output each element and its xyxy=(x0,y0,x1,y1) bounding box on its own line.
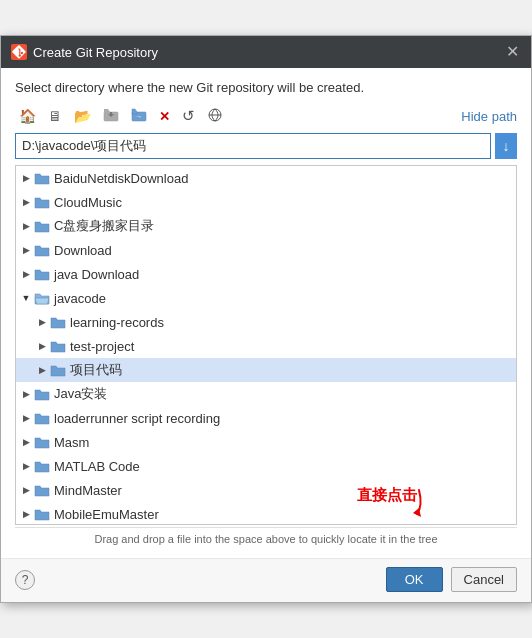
folder-icon xyxy=(50,362,66,378)
collapsed-arrow-icon: ▶ xyxy=(20,268,32,280)
tree-item[interactable]: ▶ BaiduNetdiskDownload xyxy=(16,166,516,190)
tree-item[interactable]: ▶ java Download xyxy=(16,262,516,286)
folder-icon xyxy=(34,218,50,234)
tree-item[interactable]: ▶ learning-records xyxy=(16,310,516,334)
tree-item[interactable]: ▶ loaderrunner script recording xyxy=(16,406,516,430)
tree-item-label: loaderrunner script recording xyxy=(54,411,220,426)
expand-icon: ↓ xyxy=(503,138,510,154)
help-button[interactable]: ? xyxy=(15,570,35,590)
title-bar: Create Git Repository ✕ xyxy=(1,36,531,68)
network-button[interactable] xyxy=(203,106,227,127)
desktop-icon: 🖥 xyxy=(48,108,62,124)
tree-item-label: Masm xyxy=(54,435,89,450)
cancel-button[interactable]: Cancel xyxy=(451,567,517,592)
refresh-button[interactable]: ↺ xyxy=(178,105,199,127)
delete-button[interactable]: ✕ xyxy=(155,107,174,126)
tree-item[interactable]: ▼ javacode xyxy=(16,286,516,310)
create-git-repository-dialog: Create Git Repository ✕ Select directory… xyxy=(0,35,532,603)
desktop-button[interactable]: 🖥 xyxy=(44,106,66,126)
collapsed-arrow-icon: ▶ xyxy=(20,244,32,256)
folder-icon xyxy=(34,482,50,498)
collapsed-arrow-icon: ▶ xyxy=(20,460,32,472)
bottom-row: ? OK Cancel xyxy=(1,558,531,602)
expanded-arrow-icon: ▼ xyxy=(20,292,32,304)
folder-icon xyxy=(34,266,50,282)
folder-icon xyxy=(34,506,50,522)
folder-up-icon xyxy=(103,108,119,125)
folder-icon xyxy=(50,338,66,354)
folder-icon xyxy=(34,410,50,426)
path-expand-button[interactable]: ↓ xyxy=(495,133,517,159)
home-icon: 🏠 xyxy=(19,108,36,124)
network-icon xyxy=(207,108,223,125)
annotation-area: ▶ BaiduNetdiskDownload▶ CloudMusic▶ C盘瘦身… xyxy=(15,165,517,525)
collapsed-arrow-icon: ▶ xyxy=(36,316,48,328)
path-input[interactable] xyxy=(15,133,491,159)
folder-icon xyxy=(34,386,50,402)
collapsed-arrow-icon: ▶ xyxy=(36,340,48,352)
collapsed-arrow-icon: ▶ xyxy=(20,484,32,496)
ok-button[interactable]: OK xyxy=(386,567,443,592)
folder-icon xyxy=(34,194,50,210)
tree-item-label: C盘瘦身搬家目录 xyxy=(54,217,154,235)
drag-hint-text: Drag and drop a file into the space abov… xyxy=(15,527,517,548)
folder-icon xyxy=(34,242,50,258)
tree-item[interactable]: ▶ Java安装 xyxy=(16,382,516,406)
tree-item-label: Download xyxy=(54,243,112,258)
tree-item-label: test-project xyxy=(70,339,134,354)
title-bar-left: Create Git Repository xyxy=(11,44,158,60)
tree-item-label: BaiduNetdiskDownload xyxy=(54,171,188,186)
collapsed-arrow-icon: ▶ xyxy=(20,220,32,232)
tree-item[interactable]: ▶ MATLAB Code xyxy=(16,454,516,478)
home-button[interactable]: 🏠 xyxy=(15,106,40,126)
svg-text:→: → xyxy=(136,113,143,120)
git-icon xyxy=(11,44,27,60)
delete-icon: ✕ xyxy=(159,109,170,124)
close-button[interactable]: ✕ xyxy=(504,44,521,60)
folder-icon xyxy=(34,434,50,450)
tree-item-label: javacode xyxy=(54,291,106,306)
tree-item-label: MATLAB Code xyxy=(54,459,140,474)
file-tree[interactable]: ▶ BaiduNetdiskDownload▶ CloudMusic▶ C盘瘦身… xyxy=(15,165,517,525)
tree-item[interactable]: ▶ 项目代码 xyxy=(16,358,516,382)
tree-item[interactable]: ▶ MobileEmuMaster xyxy=(16,502,516,525)
tree-item-label: 项目代码 xyxy=(70,361,122,379)
tree-item[interactable]: ▶ C盘瘦身搬家目录 xyxy=(16,214,516,238)
folder-icon xyxy=(50,314,66,330)
tree-item[interactable]: ▶ Masm xyxy=(16,430,516,454)
collapsed-arrow-icon: ▶ xyxy=(20,508,32,520)
tree-item-label: Java安装 xyxy=(54,385,107,403)
collapsed-arrow-icon: ▶ xyxy=(20,412,32,424)
folder-icon xyxy=(34,170,50,186)
tree-item-label: MobileEmuMaster xyxy=(54,507,159,522)
tree-item[interactable]: ▶ CloudMusic xyxy=(16,190,516,214)
hide-path-button[interactable]: Hide path xyxy=(461,109,517,124)
tree-item-label: java Download xyxy=(54,267,139,282)
refresh-icon: ↺ xyxy=(182,107,195,125)
tree-item-label: MindMaster xyxy=(54,483,122,498)
move-button[interactable]: → xyxy=(127,106,151,127)
collapsed-arrow-icon: ▶ xyxy=(20,388,32,400)
folder-button[interactable]: 📂 xyxy=(70,106,95,126)
tree-item-label: CloudMusic xyxy=(54,195,122,210)
collapsed-arrow-icon: ▶ xyxy=(20,172,32,184)
tree-item-label: learning-records xyxy=(70,315,164,330)
toolbar: 🏠 🖥 📂 xyxy=(15,105,517,127)
collapsed-arrow-icon: ▶ xyxy=(20,436,32,448)
tree-item[interactable]: ▶ test-project xyxy=(16,334,516,358)
folder-icon xyxy=(34,458,50,474)
collapsed-arrow-icon: ▶ xyxy=(36,364,48,376)
tree-item[interactable]: ▶ Download xyxy=(16,238,516,262)
move-icon: → xyxy=(131,108,147,125)
tree-item[interactable]: ▶ MindMaster xyxy=(16,478,516,502)
dialog-body: Select directory where the new Git repos… xyxy=(1,68,531,558)
description-text: Select directory where the new Git repos… xyxy=(15,80,517,95)
folder-icon-btn: 📂 xyxy=(74,108,91,124)
collapsed-arrow-icon: ▶ xyxy=(20,196,32,208)
folder-icon xyxy=(34,290,50,306)
folder-up-button[interactable] xyxy=(99,106,123,127)
path-row: ↓ xyxy=(15,133,517,159)
dialog-title: Create Git Repository xyxy=(33,45,158,60)
